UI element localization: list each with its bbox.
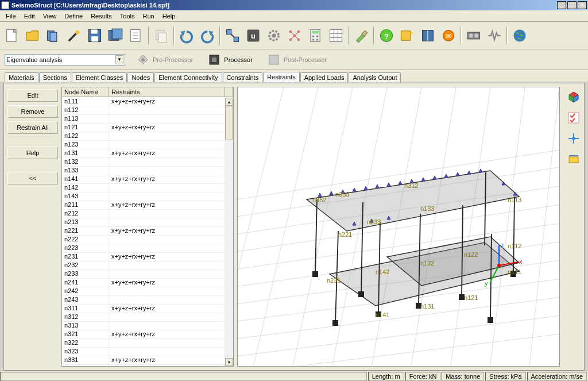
extent-icon[interactable] [566, 151, 582, 167]
table-row[interactable]: n312 [62, 313, 225, 322]
table-row[interactable]: n332 [62, 365, 225, 366]
table-row[interactable]: n121x+y+z+rx+ry+rz [62, 124, 225, 132]
tab-sections[interactable]: Sections [39, 72, 71, 82]
back-button[interactable]: << [7, 172, 58, 184]
tab-applied-loads[interactable]: Applied Loads [300, 72, 349, 82]
gear-icon[interactable] [264, 26, 284, 45]
tab-analysis-output[interactable]: Analysis Output [349, 72, 401, 82]
close-button[interactable]: × [578, 1, 587, 9]
table-row[interactable]: n221x+y+z+rx+ry+rz [62, 227, 225, 236]
menu-view[interactable]: View [40, 11, 60, 21]
table-body[interactable]: n111x+y+z+rx+ry+rzn112n113n121x+y+z+rx+r… [62, 98, 225, 366]
table-row[interactable]: n313 [62, 322, 225, 330]
3d-viewport[interactable]: n113n112n111 n122n121 n133n132n131 n142n… [237, 87, 560, 367]
snap-icon[interactable] [566, 130, 582, 147]
table-row[interactable]: n111x+y+z+rx+ry+rz [62, 98, 225, 106]
post-processor-button[interactable]: Post-Processor [263, 51, 330, 68]
menu-run[interactable]: Run [140, 11, 158, 21]
earth-icon[interactable] [510, 26, 529, 45]
tab-constraints[interactable]: Constraints [223, 72, 263, 82]
units-icon[interactable]: u [243, 26, 263, 45]
table-row[interactable]: n321x+y+z+rx+ry+rz [62, 330, 225, 339]
analysis-type-selector[interactable]: Eigenvalue analysis ▼ [5, 54, 125, 66]
table-row[interactable]: n241x+y+z+rx+ry+rz [62, 279, 225, 287]
table-row[interactable]: n231x+y+z+rx+ry+rz [62, 253, 225, 261]
menu-help[interactable]: Help [159, 11, 179, 21]
wizard-icon[interactable] [44, 26, 63, 45]
table-row[interactable]: n232 [62, 261, 225, 270]
table-row[interactable]: n112 [62, 106, 225, 115]
book-icon[interactable] [418, 26, 438, 45]
cell-restraint: x+y+z+rx+ry+rz [109, 201, 225, 210]
cell-restraint [109, 218, 225, 227]
menu-tools[interactable]: Tools [117, 11, 138, 21]
table-row[interactable]: n123 [62, 141, 225, 149]
redo-icon[interactable] [198, 26, 217, 45]
menu-define[interactable]: Define [61, 11, 86, 21]
processor-button[interactable]: Processor [203, 51, 256, 68]
table-row[interactable]: n233 [62, 270, 225, 279]
menu-file[interactable]: File [2, 11, 20, 21]
copy-icon[interactable] [152, 26, 171, 45]
edit-button[interactable]: Edit [7, 89, 58, 102]
table-row[interactable]: n243 [62, 296, 225, 305]
tab-element-classes[interactable]: Element Classes [72, 72, 127, 82]
help-button[interactable]: Help [7, 147, 58, 159]
magic-icon[interactable] [64, 26, 84, 45]
restrain-all-button[interactable]: Restrain All [7, 121, 58, 134]
column-node-name[interactable]: Node Name [62, 87, 109, 97]
tab-restraints[interactable]: Restraints [263, 72, 300, 82]
calculator-icon[interactable] [305, 26, 325, 45]
table-row[interactable]: n322 [62, 339, 225, 348]
table-row[interactable]: n132 [62, 158, 225, 167]
table-row[interactable]: n133 [62, 167, 225, 175]
table-row[interactable]: n331x+y+z+rx+ry+rz [62, 356, 225, 365]
nodes-icon[interactable] [285, 26, 304, 45]
table-row[interactable]: n113 [62, 115, 225, 124]
scroll-thumb[interactable] [225, 106, 233, 140]
table-row[interactable]: n242 [62, 287, 225, 296]
column-restraints[interactable]: Restraints [109, 87, 225, 97]
open-icon[interactable] [23, 26, 42, 45]
table-row[interactable]: n212 [62, 210, 225, 218]
table-row[interactable]: n213 [62, 218, 225, 227]
new-icon[interactable] [2, 26, 22, 45]
pre-processor-button[interactable]: Pre-Processor [132, 51, 196, 68]
menu-edit[interactable]: Edit [21, 11, 38, 21]
view-cube-icon[interactable] [566, 89, 582, 105]
save-icon[interactable] [85, 26, 105, 45]
scroll-up-icon[interactable]: ▲ [225, 98, 233, 106]
table-row[interactable]: n122 [62, 132, 225, 141]
scroll-track[interactable] [225, 106, 233, 358]
table-row[interactable]: n211x+y+z+rx+ry+rz [62, 201, 225, 210]
globe-icon[interactable]: ✉ [439, 26, 458, 45]
seismo-icon[interactable] [485, 26, 504, 45]
checklist-icon[interactable] [566, 110, 582, 126]
minimize-button[interactable]: _ [557, 1, 566, 9]
table-row[interactable]: n222 [62, 236, 225, 244]
table-row[interactable]: n141x+y+z+rx+ry+rz [62, 175, 225, 184]
table-row[interactable]: n131x+y+z+rx+ry+rz [62, 149, 225, 158]
scroll-down-icon[interactable]: ▼ [225, 358, 233, 366]
table-row[interactable]: n323 [62, 348, 225, 356]
undo-icon[interactable] [177, 26, 196, 45]
connect-icon[interactable] [223, 26, 242, 45]
saveas-icon[interactable] [106, 26, 125, 45]
menu-results[interactable]: Results [87, 11, 115, 21]
text-icon[interactable] [126, 26, 146, 45]
tab-element-connectivity[interactable]: Element Connectivity [154, 72, 222, 82]
tab-materials[interactable]: Materials [5, 72, 38, 82]
table-row[interactable]: n143 [62, 193, 225, 201]
table-row[interactable]: n142 [62, 184, 225, 193]
grid-icon[interactable] [326, 26, 346, 45]
table-row[interactable]: n223 [62, 244, 225, 253]
brush-icon[interactable] [351, 26, 371, 45]
remove-button[interactable]: Remove [7, 105, 58, 118]
help-icon[interactable]: ? [377, 26, 396, 45]
tutorial-icon[interactable] [397, 26, 417, 45]
table-row[interactable]: n311x+y+z+rx+ry+rz [62, 305, 225, 313]
table-scrollbar[interactable]: ▲ ▼ [225, 98, 233, 366]
tab-nodes[interactable]: Nodes [127, 72, 154, 82]
video-icon[interactable] [464, 26, 483, 45]
maximize-button[interactable]: □ [567, 1, 577, 9]
